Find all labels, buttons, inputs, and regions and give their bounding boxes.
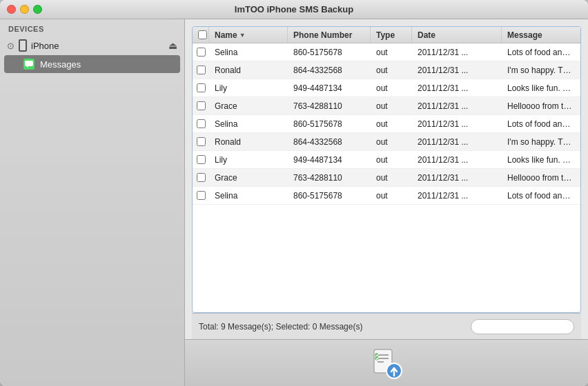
- main-content: Devices ⊙ iPhone ⏏ Messages: [0, 19, 588, 386]
- cell-date: 2011/12/31 ...: [412, 45, 502, 60]
- row-checkbox[interactable]: [193, 155, 209, 164]
- cell-type: out: [371, 116, 412, 132]
- cell-message: Lots of food and sun.: [502, 188, 580, 203]
- cell-phone: 860-5175678: [288, 45, 371, 60]
- cell-type: out: [371, 188, 412, 203]
- row-checkbox[interactable]: [193, 48, 209, 57]
- cell-type: out: [371, 170, 412, 185]
- cell-type: out: [371, 81, 412, 96]
- cell-date: 2011/12/31 ...: [412, 170, 502, 185]
- cell-name: Ronald: [209, 63, 288, 78]
- search-wrapper: 🔍: [471, 319, 574, 334]
- header-name[interactable]: Name ▼: [209, 27, 288, 43]
- window-controls: [7, 5, 42, 14]
- messages-icon: [23, 59, 35, 70]
- table-body: Selina 860-5175678 out 2011/12/31 ... Lo…: [193, 43, 580, 312]
- cell-message: Looks like fun. Wish I was th...: [502, 81, 580, 96]
- cell-type: out: [371, 99, 412, 114]
- cell-message: I'm so happy. Thanks!: [502, 134, 580, 150]
- cell-message: Helloooo from the office: [502, 99, 580, 114]
- sidebar: Devices ⊙ iPhone ⏏ Messages: [0, 19, 185, 386]
- header-phone[interactable]: Phone Number: [288, 27, 371, 43]
- cell-date: 2011/12/31 ...: [412, 99, 502, 114]
- table-row[interactable]: Ronald 864-4332568 out 2011/12/31 ... I'…: [193, 133, 580, 151]
- search-input[interactable]: [471, 319, 574, 334]
- select-all-checkbox[interactable]: [198, 30, 207, 39]
- table-row[interactable]: Lily 949-4487134 out 2011/12/31 ... Look…: [193, 79, 580, 97]
- cell-type: out: [371, 63, 412, 78]
- cell-name: Selina: [209, 116, 288, 132]
- minimize-button[interactable]: [20, 5, 29, 14]
- sort-arrow-icon: ▼: [239, 32, 246, 39]
- cell-phone: 864-4332568: [288, 63, 371, 78]
- cell-message: Helloooo from the office: [502, 170, 580, 185]
- cell-name: Grace: [209, 99, 288, 114]
- export-button[interactable]: [367, 344, 406, 383]
- cell-phone: 949-4487134: [288, 81, 371, 96]
- cell-name: Grace: [209, 170, 288, 185]
- cell-date: 2011/12/31 ...: [412, 134, 502, 150]
- sidebar-header: Devices: [0, 19, 184, 36]
- close-button[interactable]: [7, 5, 16, 14]
- cell-date: 2011/12/31 ...: [412, 116, 502, 132]
- table-row[interactable]: Grace 763-4288110 out 2011/12/31 ... Hel…: [193, 97, 580, 115]
- cell-name: Selina: [209, 45, 288, 60]
- table-row[interactable]: Ronald 864-4332568 out 2011/12/31 ... I'…: [193, 61, 580, 79]
- status-text: Total: 9 Message(s); Selected: 0 Message…: [199, 322, 362, 332]
- cell-type: out: [371, 134, 412, 150]
- row-checkbox[interactable]: [193, 65, 209, 74]
- sync-icon: ⊙: [7, 41, 14, 51]
- cell-name: Lily: [209, 81, 288, 96]
- table-row[interactable]: Selina 860-5175678 out 2011/12/31 ... Lo…: [193, 43, 580, 61]
- device-row: ⊙ iPhone ⏏: [0, 36, 184, 55]
- iphone-icon: [19, 39, 27, 52]
- cell-phone: 860-5175678: [288, 116, 371, 132]
- row-checkbox[interactable]: [193, 83, 209, 92]
- messages-table: Name ▼ Phone Number Type Date Message: [192, 26, 581, 313]
- header-checkbox[interactable]: [193, 27, 209, 43]
- window-title: ImTOO iPhone SMS Backup: [235, 4, 353, 14]
- cell-date: 2011/12/31 ...: [412, 63, 502, 78]
- status-bar: Total: 9 Message(s); Selected: 0 Message…: [192, 313, 581, 339]
- header-message[interactable]: Message: [502, 27, 580, 43]
- cell-date: 2011/12/31 ...: [412, 188, 502, 203]
- cell-message: Looks like fun. Wish I was th...: [502, 152, 580, 167]
- table-row[interactable]: Lily 949-4487134 out 2011/12/31 ... Look…: [193, 151, 580, 169]
- cell-date: 2011/12/31 ...: [412, 152, 502, 167]
- cell-type: out: [371, 152, 412, 167]
- cell-message: Lots of food and sun.: [502, 116, 580, 132]
- cell-type: out: [371, 45, 412, 60]
- table-row[interactable]: Selina 860-5175678 out 2011/12/31 ... Lo…: [193, 187, 580, 205]
- cell-phone: 949-4487134: [288, 152, 371, 167]
- row-checkbox[interactable]: [193, 137, 209, 146]
- maximize-button[interactable]: [33, 5, 42, 14]
- table-row[interactable]: Grace 763-4288110 out 2011/12/31 ... Hel…: [193, 169, 580, 187]
- titlebar: ImTOO iPhone SMS Backup: [0, 0, 588, 19]
- svg-rect-0: [25, 61, 33, 66]
- bottom-bar: [185, 339, 588, 386]
- row-checkbox[interactable]: [193, 119, 209, 128]
- cell-phone: 763-4288110: [288, 170, 371, 185]
- table-row[interactable]: Selina 860-5175678 out 2011/12/31 ... Lo…: [193, 115, 580, 133]
- messages-label: Messages: [40, 59, 81, 70]
- device-name: iPhone: [31, 41, 164, 51]
- cell-name: Ronald: [209, 134, 288, 150]
- app-window: ImTOO iPhone SMS Backup Devices ⊙ iPhone…: [0, 0, 588, 386]
- row-checkbox[interactable]: [193, 173, 209, 182]
- cell-name: Selina: [209, 188, 288, 203]
- cell-phone: 864-4332568: [288, 134, 371, 150]
- cell-phone: 763-4288110: [288, 99, 371, 114]
- row-checkbox[interactable]: [193, 191, 209, 200]
- eject-icon[interactable]: ⏏: [168, 40, 177, 51]
- sidebar-item-messages[interactable]: Messages: [4, 55, 180, 73]
- header-type[interactable]: Type: [371, 27, 412, 43]
- cell-message: Lots of food and sun.: [502, 45, 580, 60]
- cell-message: I'm so happy. Thanks!: [502, 63, 580, 78]
- table-header: Name ▼ Phone Number Type Date Message: [193, 27, 580, 43]
- header-date[interactable]: Date: [412, 27, 502, 43]
- right-panel: Name ▼ Phone Number Type Date Message: [185, 19, 588, 386]
- cell-date: 2011/12/31 ...: [412, 81, 502, 96]
- cell-phone: 860-5175678: [288, 188, 371, 203]
- svg-marker-1: [26, 66, 28, 68]
- row-checkbox[interactable]: [193, 101, 209, 110]
